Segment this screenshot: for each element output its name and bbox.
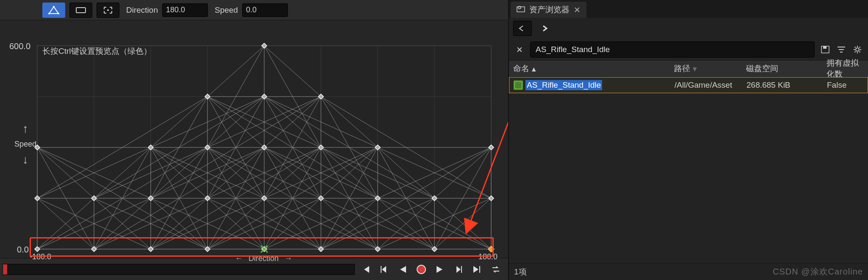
asset-name: AS_Rifle_Stand_Idle [525, 80, 602, 90]
show-triangulation-button[interactable] [42, 3, 65, 18]
asset-disk: 268.685 KiB [742, 80, 823, 90]
tab-label: 资产浏览器 [529, 4, 569, 15]
timeline-track[interactable] [3, 264, 355, 275]
svg-point-0 [48, 13, 50, 14]
speed-label: Speed [215, 6, 238, 15]
tab-bar: 资产浏览器 ✕ [509, 0, 868, 18]
svg-point-4 [107, 9, 109, 11]
col-header-virt[interactable]: 拥有虚拟化数 [822, 58, 868, 80]
table-body: AS_Rifle_Stand_Idle /All/Game/Asset 268.… [509, 77, 868, 263]
sort-icon: ▾ [693, 64, 697, 74]
table-row[interactable]: AS_Rifle_Stand_Idle /All/Game/Asset 268.… [509, 77, 868, 93]
col-header-name[interactable]: 命名▴ [509, 63, 670, 74]
settings-icon[interactable] [851, 43, 864, 56]
timeline-handle[interactable] [3, 264, 7, 274]
svg-point-2 [53, 6, 55, 8]
asset-virt: False [823, 80, 868, 90]
svg-rect-176 [516, 83, 521, 88]
nav-back-button[interactable] [513, 21, 532, 36]
save-search-icon[interactable] [819, 43, 832, 56]
direction-input[interactable] [162, 3, 208, 17]
direction-label: Direction [126, 6, 158, 15]
blendspace-svg[interactable] [0, 20, 508, 274]
blendspace-toolbar: Direction Speed [0, 0, 508, 20]
tab-close-button[interactable]: ✕ [574, 5, 581, 15]
col-header-disk[interactable]: 磁盘空间 [742, 63, 822, 74]
search-input[interactable] [530, 42, 815, 58]
svg-rect-3 [76, 8, 86, 13]
blendspace-panel: Direction Speed 长按Ctrl键设置预览点（绿色） 600.0 0… [0, 0, 508, 280]
search-bar: ✕ [509, 39, 868, 60]
blendspace-graph[interactable]: 长按Ctrl键设置预览点（绿色） 600.0 0.0 ↑ Speed ↓ -18… [0, 20, 508, 258]
asset-footer: 1项 [509, 263, 868, 280]
fit-view-button[interactable] [97, 3, 119, 18]
animsequence-icon [514, 80, 523, 90]
nav-bar [509, 18, 868, 39]
sort-asc-icon: ▴ [532, 64, 536, 74]
svg-point-175 [856, 48, 859, 51]
table-header: 命名▴ 路径▾ 磁盘空间 拥有虚拟化数 [509, 60, 868, 77]
browser-icon [517, 5, 525, 14]
col-header-path[interactable]: 路径▾ [670, 63, 742, 74]
filter-icon[interactable] [835, 43, 848, 56]
svg-point-1 [58, 13, 59, 14]
tab-asset-browser[interactable]: 资产浏览器 ✕ [511, 2, 586, 18]
asset-path: /All/Game/Asset [670, 80, 742, 90]
preview-hint: 长按Ctrl键设置预览点（绿色） [42, 46, 152, 57]
svg-rect-174 [823, 46, 827, 49]
speed-input[interactable] [242, 3, 288, 17]
clear-search-button[interactable]: ✕ [513, 43, 526, 56]
nav-forward-button[interactable] [536, 21, 555, 36]
asset-browser-panel: 资产浏览器 ✕ ✕ 命名▴ 路径▾ 磁盘空间 拥有虚拟化数 [508, 0, 868, 280]
show-labels-button[interactable] [69, 3, 92, 18]
